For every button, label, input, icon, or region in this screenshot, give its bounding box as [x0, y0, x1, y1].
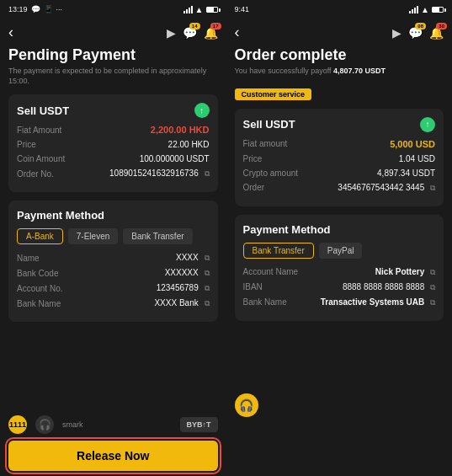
message-icon-left[interactable]: 💬 14 [183, 26, 197, 40]
page-title-left: Pending Payment [8, 46, 218, 64]
price-label-right: Price [243, 154, 263, 163]
name-label-left: Name [17, 254, 40, 263]
whatsapp-icon: 💬 [31, 5, 40, 13]
nav-icons-left: ▶ 💬 14 🔔 17 [167, 26, 218, 40]
time-left: 13:19 [8, 5, 28, 13]
fiat-value-left: 2,200.00 HKD [151, 125, 210, 135]
order-label-right: Order [243, 183, 265, 192]
signal-icon [183, 6, 193, 13]
sell-title-left: Sell USDT [17, 104, 69, 117]
detail-accname-right: Account Name Nick Pottery ⧉ [243, 267, 436, 277]
bankname-value-right: Transactive Systems UAB ⧉ [321, 297, 435, 308]
coin-value-left: 100.000000 USDT [140, 154, 210, 163]
detail-bankcode-left: Bank Code XXXXXX ⧉ [17, 268, 210, 278]
order-value-left: 1089015241632916736 ⧉ [109, 168, 209, 179]
detail-order-right: Order 34546767543442 3445 ⧉ [243, 183, 436, 193]
payment-tabs-left: A-Bank 7-Eleven Bank Transfer [17, 228, 210, 244]
battery-icon-right [432, 7, 444, 13]
bell-icon-right[interactable]: 🔔 30 [429, 26, 444, 40]
badge-14: 14 [189, 23, 200, 29]
price-value-left: 22.00 HKD [168, 140, 210, 149]
status-right-right: ▲ [409, 5, 444, 14]
crypto-label-right: Crypto amount [243, 168, 299, 178]
customer-service-badge[interactable]: Customer service [235, 88, 312, 100]
tab-7eleven-left[interactable]: 7-Eleven [68, 228, 118, 244]
detail-accno-left: Account No. 123456789 ⧉ [17, 283, 210, 293]
left-phone: 13:19 💬 📱 ··· ▲ ‹ ▶ 💬 14 [0, 0, 226, 476]
bybt-badge-left[interactable]: BYB↑T [180, 417, 218, 432]
price-value-right: 1.04 USD [399, 154, 435, 163]
bankname-label-right: Bank Name [243, 297, 287, 307]
fiat-value-right: 5,000 USD [390, 139, 435, 149]
back-button-right[interactable]: ‹ [235, 24, 240, 41]
page-title-right: Order complete [235, 46, 444, 64]
accno-label-left: Account No. [17, 284, 62, 293]
bottom-left-icons: 1111 🎧 smark [8, 415, 83, 434]
copy-name-left[interactable]: ⧉ [205, 254, 210, 262]
copy-accno-left[interactable]: ⧉ [205, 284, 210, 292]
tab-abank-left[interactable]: A-Bank [17, 228, 63, 244]
nav-bar-right: ‹ ▶ 💬 08 🔔 30 [226, 19, 453, 46]
bankname-label-left: Bank Name [17, 299, 61, 308]
headset-float-right[interactable]: 🎧 [235, 393, 258, 417]
right-phone: 9:41 ▲ ‹ ▶ 💬 08 🔔 30 [226, 0, 453, 476]
play-icon-left[interactable]: ▶ [167, 26, 176, 40]
status-right-left: ▲ [183, 5, 218, 14]
copy-iban-right[interactable]: ⧉ [430, 283, 435, 291]
bottom-icons-left: 1111 🎧 smark BYB↑T [8, 415, 218, 434]
back-button-left[interactable]: ‹ [8, 24, 13, 41]
sell-title-right: Sell USDT [243, 118, 295, 131]
more-icon: ··· [56, 5, 63, 13]
fiat-label-right: Fiat amount [243, 139, 288, 148]
play-icon-right[interactable]: ▶ [392, 26, 401, 40]
detail-coin-left: Coin Amount 100.000000 USDT [17, 154, 210, 163]
detail-name-left: Name XXXX ⧉ [17, 253, 210, 263]
iban-label-right: IBAN [243, 282, 263, 291]
bell-icon-left[interactable]: 🔔 17 [204, 26, 218, 40]
nav-icons-right: ▶ 💬 08 🔔 30 [392, 26, 444, 40]
copy-bankcode-left[interactable]: ⧉ [205, 269, 210, 277]
page-subtitle-left: The payment is expected to be completed … [8, 67, 218, 86]
bankcode-value-left: XXXXXX ⧉ [165, 268, 210, 278]
tab-paypal-right[interactable]: PayPal [319, 243, 363, 259]
page-content-right: Order complete You have successfully pay… [226, 46, 453, 476]
signal-icon-right [409, 6, 418, 13]
detail-price-right: Price 1.04 USD [243, 154, 436, 163]
battery-icon [206, 7, 218, 13]
detail-fiat-right: Fiat amount 5,000 USD [243, 139, 436, 149]
headset-icon-left[interactable]: 🎧 [35, 415, 54, 434]
bottom-section-left: 1111 🎧 smark BYB↑T Release Now [0, 410, 226, 476]
detail-crypto-right: Crypto amount 4,897.34 USDT [243, 168, 436, 178]
payment-title-right: Payment Method [243, 223, 331, 236]
tab-banktransfer-right[interactable]: Bank Transfer [243, 243, 314, 259]
copy-accname-right[interactable]: ⧉ [430, 268, 435, 276]
sell-header-right: Sell USDT [243, 117, 436, 132]
copy-bankname-right[interactable]: ⧉ [430, 298, 435, 307]
copy-icon-order-left[interactable]: ⧉ [205, 169, 210, 178]
price-label-left: Price [17, 140, 36, 149]
tab-banktransfer-left[interactable]: Bank Transfer [123, 228, 192, 244]
payment-section-right: Payment Method Bank Transfer PayPal Acco… [235, 215, 444, 321]
nav-bar-left: ‹ ▶ 💬 14 🔔 17 [0, 19, 226, 46]
detail-bankname-right: Bank Name Transactive Systems UAB ⧉ [243, 297, 436, 308]
sell-section-right: Sell USDT Fiat amount 5,000 USD Price 1.… [235, 109, 444, 206]
payment-section-left: Payment Method A-Bank 7-Eleven Bank Tran… [8, 201, 218, 322]
message-icon-right[interactable]: 💬 08 [408, 26, 423, 40]
copy-bankname-left[interactable]: ⧉ [205, 299, 210, 308]
headset-label-left: smark [62, 420, 83, 429]
bankcode-label-left: Bank Code [17, 269, 58, 278]
sell-section-left: Sell USDT Fiat Amount 2,200.00 HKD Price… [8, 94, 218, 192]
status-bar-right: 9:41 ▲ [226, 0, 453, 19]
badge-08: 08 [415, 23, 426, 29]
bankname-value-left: XXXX Bank ⧉ [154, 298, 209, 308]
page-subtitle-right: You have successfully payoff 4,807.70 US… [235, 67, 444, 77]
crypto-value-right: 4,897.34 USDT [377, 168, 435, 178]
order-label-left: Order No. [17, 169, 54, 179]
sell-status-icon-left [194, 103, 210, 118]
number-badge-left[interactable]: 1111 [8, 415, 27, 434]
copy-icon-order-right[interactable]: ⧉ [430, 184, 435, 192]
telegram-icon: 📱 [44, 5, 53, 13]
release-now-button[interactable]: Release Now [8, 441, 218, 471]
headset-icon-right: 🎧 [239, 398, 253, 412]
accno-value-left: 123456789 ⧉ [157, 283, 210, 293]
